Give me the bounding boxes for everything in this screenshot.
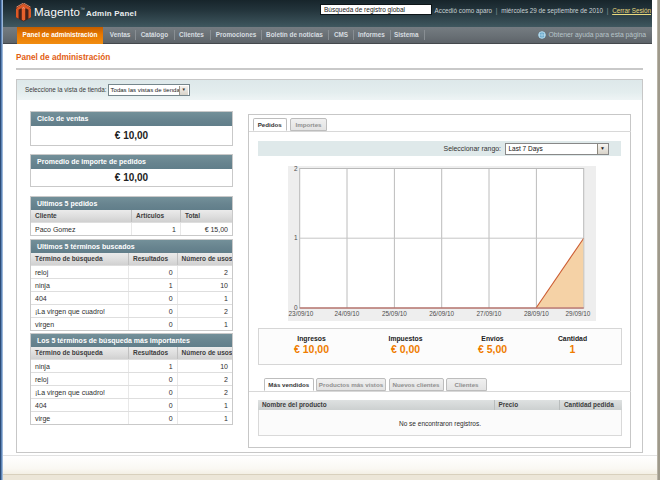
svg-text:1: 1	[293, 234, 297, 241]
svg-text:24/09/10: 24/09/10	[334, 310, 359, 317]
svg-text:25/09/10: 25/09/10	[381, 310, 406, 317]
svg-text:28/09/10: 28/09/10	[523, 310, 548, 317]
svg-text:2: 2	[293, 166, 297, 172]
svg-text:29/09/10: 29/09/10	[565, 310, 590, 317]
svg-text:27/09/10: 27/09/10	[476, 310, 501, 317]
svg-text:26/09/10: 26/09/10	[429, 310, 454, 317]
svg-text:23/09/10: 23/09/10	[288, 310, 313, 317]
